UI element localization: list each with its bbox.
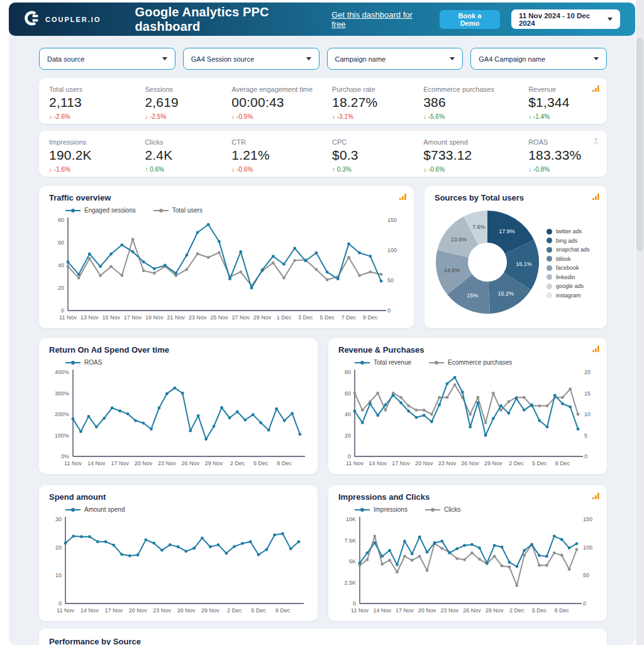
legend-item: Ecommerce purchases [429, 359, 512, 366]
svg-text:5 Dec: 5 Dec [319, 314, 335, 321]
kpi-value: $0.3 [332, 148, 423, 163]
svg-text:20: 20 [345, 433, 351, 439]
svg-text:23 Nov: 23 Nov [158, 460, 176, 466]
chart-title: Spend amount [49, 492, 308, 502]
svg-text:9 Dec: 9 Dec [363, 314, 378, 321]
kpi-label: Amount spend [423, 138, 528, 146]
filter-bar: Data source GA4 Session source Campaign … [39, 48, 607, 70]
filter-campaign-name[interactable]: Campaign name [327, 48, 464, 70]
svg-text:14 Nov: 14 Nov [369, 460, 387, 466]
date-range-picker[interactable]: 11 Nov 2024 - 10 Dec 2024 [511, 9, 620, 29]
svg-text:200%: 200% [55, 411, 69, 417]
book-demo-button[interactable]: Book a Demo [440, 10, 500, 29]
kpi-value: $1,344 [528, 95, 597, 110]
chevron-down-icon [162, 57, 167, 60]
kpi-value: 2.4K [145, 148, 231, 163]
chart-legend: ImpressionsClicks [355, 506, 597, 513]
svg-text:30: 30 [55, 516, 62, 522]
kpi-avg-engagement-time: Average engagement time 00:00:43 ↓ -0.5% [231, 85, 332, 121]
svg-text:26 Nov: 26 Nov [181, 460, 199, 466]
impressions-clicks-card: Impressions and Clicks ImpressionsClicks… [328, 485, 607, 621]
kpi-label: Purchase rate [332, 85, 423, 93]
svg-text:2 Dec: 2 Dec [230, 460, 245, 466]
legend-item: Amount spend [65, 506, 125, 513]
kpi-delta: ↓ -2.5% [145, 113, 166, 120]
filter-session-source[interactable]: GA4 Session source [183, 48, 319, 70]
filter-ga4-campaign-name[interactable]: GA4 Campaign name [470, 48, 607, 70]
kpi-label: Ecommerce purchases [423, 85, 528, 93]
svg-text:100%: 100% [55, 433, 69, 439]
kpi-ctr: CTR 1.21% ↓ -0.6% [231, 138, 332, 174]
svg-text:0: 0 [353, 600, 356, 607]
svg-text:5 Dec: 5 Dec [251, 607, 266, 614]
analytics-bars-icon [592, 344, 600, 355]
svg-text:10: 10 [55, 572, 62, 578]
svg-text:100: 100 [583, 544, 592, 551]
svg-text:20: 20 [55, 544, 62, 551]
kpi-clicks: Clicks 2.4K ↑ 0.6% [145, 138, 231, 174]
svg-text:14 Nov: 14 Nov [373, 607, 391, 614]
kpi-revenue: Revenue $1,344 ↓ -1.4% [528, 85, 597, 121]
chart-legend: ROAS [65, 359, 308, 366]
scrollbar[interactable] [636, 0, 644, 645]
kpi-delta: ↓ -1.6% [49, 166, 70, 173]
svg-text:150: 150 [583, 516, 592, 522]
svg-text:15.2%: 15.2% [497, 290, 514, 297]
svg-text:80: 80 [345, 369, 351, 375]
spend-amount-chart: 302010011 Nov14 Nov17 Nov20 Nov23 Nov26 … [49, 514, 308, 619]
filter-label: Data source [47, 55, 84, 63]
svg-text:29 Nov: 29 Nov [486, 607, 504, 614]
svg-text:50: 50 [387, 277, 394, 284]
svg-text:2 Dec: 2 Dec [509, 460, 524, 466]
date-range-value: 11 Nov 2024 - 10 Dec 2024 [519, 12, 608, 27]
kpi-delta: ↓ -0.6% [423, 166, 445, 173]
svg-text:8 Dec: 8 Dec [555, 460, 570, 466]
kpi-value: 1.21% [231, 148, 332, 163]
brand-wordmark: COUPLER.IO [45, 16, 101, 23]
legend-dot [547, 292, 552, 298]
svg-text:2 Dec: 2 Dec [509, 607, 525, 614]
get-dashboard-link[interactable]: Get this dashboard for free [331, 10, 426, 29]
kpi-delta: ↓ -2.6% [49, 113, 70, 120]
kpi-label: Impressions [49, 138, 145, 146]
svg-text:23 Nov: 23 Nov [440, 607, 458, 614]
chart-title: Traffic overview [49, 193, 404, 202]
sources-donut-chart: 17.9%16.1%15.2%15%14.6%13.6%7.6% [435, 209, 540, 317]
filter-data-source[interactable]: Data source [39, 48, 175, 70]
svg-text:11 Nov: 11 Nov [346, 460, 364, 466]
svg-text:50: 50 [583, 572, 589, 578]
svg-text:29 Nov: 29 Nov [253, 314, 272, 321]
svg-text:3 Dec: 3 Dec [298, 314, 313, 321]
svg-text:25 Nov: 25 Nov [210, 314, 228, 321]
filter-label: GA4 Campaign name [479, 55, 545, 63]
kpi-delta: ↓ -0.5% [231, 113, 253, 120]
donut-legend-item: bing ads [547, 238, 590, 244]
kpi-label: Average engagement time [231, 85, 332, 93]
scrollbar-thumb[interactable] [636, 38, 643, 251]
kpi-delta: ↓ -0.8% [528, 166, 550, 173]
svg-text:100: 100 [387, 247, 397, 253]
chevron-down-icon [594, 57, 599, 60]
donut-legend-item: twitter ads [547, 228, 590, 234]
svg-text:16.1%: 16.1% [516, 261, 532, 267]
legend-item: Impressions [355, 506, 408, 513]
kpi-purchase-rate: Purchase rate 18.27% ↓ -3.1% [332, 85, 423, 121]
svg-text:20 Nov: 20 Nov [135, 460, 153, 466]
svg-text:40: 40 [58, 262, 64, 268]
traffic-overview-card: Traffic overview Engaged sessionsTotal u… [39, 186, 414, 328]
svg-text:60: 60 [58, 240, 64, 246]
sources-card: Sources by Total users 17.9%16.1%15.2%15… [425, 186, 607, 328]
svg-text:20: 20 [584, 369, 591, 375]
donut-legend-item: linkedin [547, 274, 590, 280]
kpi-card-ads: Impressions 190.2K ↓ -1.6% Clicks 2.4K ↑… [39, 131, 607, 177]
kpi-value: $733.12 [423, 148, 528, 163]
svg-text:17.9%: 17.9% [499, 228, 515, 234]
kpi-value: 2,619 [145, 95, 231, 110]
kpi-value: 00:00:43 [231, 95, 332, 110]
kpi-value: 190.2K [49, 148, 145, 163]
svg-text:2.5K: 2.5K [344, 580, 356, 586]
svg-text:14.6%: 14.6% [444, 267, 460, 273]
svg-text:8 Dec: 8 Dec [554, 607, 569, 614]
svg-text:400%: 400% [55, 369, 69, 375]
svg-text:80: 80 [58, 217, 64, 223]
